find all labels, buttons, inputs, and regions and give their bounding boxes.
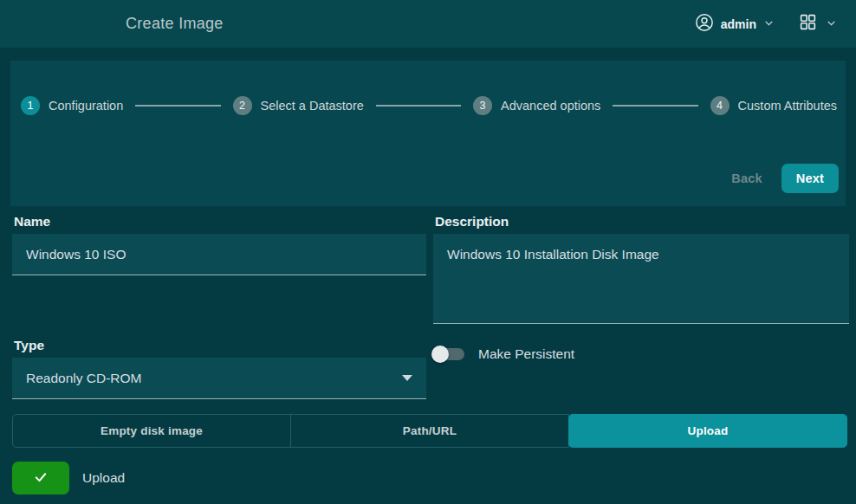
apps-menu[interactable] — [799, 13, 837, 35]
wizard-stepper: 1 Configuration 2 Select a Datastore 3 A… — [21, 95, 837, 116]
step-label: Select a Datastore — [261, 99, 364, 113]
upload-button-label: Upload — [82, 470, 125, 486]
image-source-tabs: Empty disk image Path/URL Upload — [12, 414, 847, 448]
dropdown-arrow-icon — [402, 375, 412, 381]
type-select[interactable]: Readonly CD-ROM — [12, 358, 426, 399]
step-number-badge: 2 — [233, 96, 252, 115]
wizard-card: 1 Configuration 2 Select a Datastore 3 A… — [10, 61, 846, 206]
step-custom-attributes[interactable]: 4 Custom Attributes — [710, 96, 837, 115]
step-select-datastore[interactable]: 2 Select a Datastore — [233, 96, 364, 115]
user-menu[interactable]: admin — [695, 13, 775, 36]
tab-path-url[interactable]: Path/URL — [290, 414, 569, 448]
step-number-badge: 1 — [21, 96, 40, 115]
upload-file-button[interactable] — [12, 462, 69, 494]
step-label: Custom Attributes — [738, 99, 837, 113]
step-connector — [613, 105, 697, 107]
check-icon — [33, 469, 49, 488]
chevron-down-icon — [763, 16, 775, 32]
tab-empty-disk-image[interactable]: Empty disk image — [12, 414, 291, 448]
make-persistent-label: Make Persistent — [478, 346, 574, 362]
next-button[interactable]: Next — [781, 164, 839, 193]
step-configuration[interactable]: 1 Configuration — [21, 96, 123, 115]
name-input[interactable] — [12, 234, 426, 275]
step-number-badge: 4 — [710, 96, 730, 115]
apps-grid-icon — [799, 13, 817, 35]
toggle-track — [435, 348, 464, 360]
toggle-thumb — [431, 346, 449, 363]
back-button[interactable]: Back — [731, 171, 762, 185]
name-field-label: Name — [14, 214, 50, 229]
step-connector — [376, 105, 461, 107]
wizard-actions: Back Next — [731, 164, 839, 193]
user-circle-icon — [695, 13, 714, 36]
description-textarea[interactable]: Windows 10 Installation Disk Image — [433, 234, 849, 324]
type-field-label: Type — [14, 338, 44, 353]
make-persistent-toggle[interactable]: Make Persistent — [433, 342, 574, 366]
description-field-label: Description — [435, 214, 509, 229]
chevron-down-icon — [826, 16, 837, 32]
type-select-value: Readonly CD-ROM — [26, 371, 402, 386]
header-actions: admin — [695, 0, 837, 48]
username-label: admin — [721, 17, 756, 31]
step-label: Advanced options — [501, 99, 600, 113]
step-advanced-options[interactable]: 3 Advanced options — [473, 96, 600, 115]
top-header-bar: Create Image admin — [0, 0, 856, 48]
step-connector — [135, 105, 220, 107]
step-label: Configuration — [49, 99, 123, 113]
tab-upload[interactable]: Upload — [568, 414, 847, 448]
create-image-page: Create Image admin — [0, 0, 856, 504]
step-number-badge: 3 — [473, 96, 492, 115]
page-title: Create Image — [126, 15, 224, 33]
